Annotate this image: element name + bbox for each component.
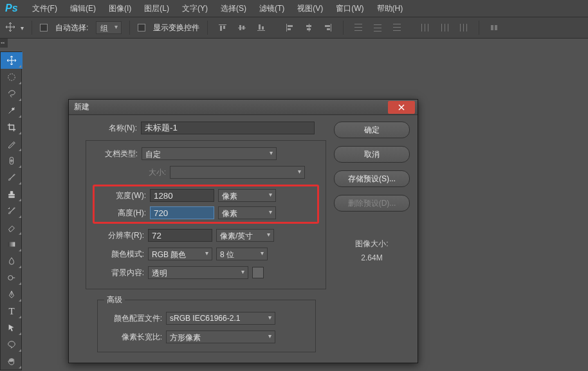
stamp-tool[interactable] xyxy=(1,186,23,203)
history-brush-tool[interactable] xyxy=(1,203,23,219)
lasso-tool[interactable] xyxy=(1,86,23,102)
menu-filter[interactable]: 滤镜(T) xyxy=(253,3,291,14)
svg-rect-23 xyxy=(374,31,381,32)
dimension-highlight: 宽度(W): 像素 高度(H): 像素 xyxy=(93,185,319,224)
eraser-tool[interactable] xyxy=(1,219,23,236)
panel-collapse-grip[interactable] xyxy=(0,39,8,48)
image-size-value: 2.64M xyxy=(334,253,410,262)
align-left-icon[interactable] xyxy=(283,21,296,34)
show-transform-checkbox[interactable] xyxy=(138,24,145,32)
dodge-tool[interactable] xyxy=(1,269,23,286)
aspect-dropdown[interactable]: 方形像素 xyxy=(166,330,275,343)
name-input[interactable] xyxy=(141,122,315,134)
menu-help[interactable]: 帮助(H) xyxy=(371,3,410,14)
width-unit-dropdown[interactable]: 像素 xyxy=(218,189,276,202)
size-label: 大小: xyxy=(86,167,170,178)
align-hcenter-icon[interactable] xyxy=(302,21,315,34)
distribute-vcenter-icon[interactable] xyxy=(371,21,384,34)
move-tool[interactable] xyxy=(1,52,23,69)
svg-rect-2 xyxy=(223,26,225,29)
menu-layer[interactable]: 图层(L) xyxy=(138,3,176,14)
distribute-left-icon[interactable] xyxy=(419,21,432,34)
pen-tool[interactable] xyxy=(1,286,23,303)
preset-label: 文档类型: xyxy=(86,149,142,159)
auto-align-icon[interactable] xyxy=(488,21,501,34)
menubar: Ps 文件(F) 编辑(E) 图像(I) 图层(L) 文字(Y) 选择(S) 滤… xyxy=(0,0,588,17)
color-mode-label: 颜色模式: xyxy=(86,249,148,260)
menu-view[interactable]: 视图(V) xyxy=(291,3,329,14)
distribute-right-icon[interactable] xyxy=(457,21,470,34)
svg-rect-12 xyxy=(309,24,309,32)
align-bottom-icon[interactable] xyxy=(255,21,268,34)
svg-rect-14 xyxy=(307,28,311,30)
svg-rect-29 xyxy=(428,24,428,32)
align-vcenter-icon[interactable] xyxy=(235,21,248,34)
menu-window[interactable]: 窗口(W) xyxy=(329,3,370,14)
profile-dropdown[interactable]: sRGB IEC61966-2.1 xyxy=(166,312,275,325)
height-unit-dropdown[interactable]: 像素 xyxy=(218,206,276,219)
svg-rect-16 xyxy=(325,25,330,27)
svg-rect-37 xyxy=(495,25,497,30)
align-top-icon[interactable] xyxy=(216,21,229,34)
move-icon xyxy=(5,22,15,34)
svg-rect-30 xyxy=(441,24,442,32)
crop-tool[interactable] xyxy=(1,119,23,136)
tool-panel: T xyxy=(0,51,22,370)
svg-rect-19 xyxy=(354,27,362,28)
height-input[interactable] xyxy=(150,206,214,219)
distribute-bottom-icon[interactable] xyxy=(390,21,403,34)
svg-rect-33 xyxy=(460,24,461,32)
align-right-icon[interactable] xyxy=(322,21,335,34)
brush-tool[interactable] xyxy=(1,169,23,186)
svg-rect-9 xyxy=(286,24,287,32)
svg-rect-28 xyxy=(425,24,425,32)
bg-dropdown[interactable]: 透明 xyxy=(148,266,248,279)
auto-select-dropdown[interactable]: 组 xyxy=(96,21,122,34)
hand-tool[interactable] xyxy=(1,353,23,370)
image-size-label: 图像大小: xyxy=(334,239,410,249)
save-preset-button[interactable]: 存储预设(S)... xyxy=(334,170,410,187)
ok-button[interactable]: 确定 xyxy=(334,122,410,138)
resolution-unit-dropdown[interactable]: 像素/英寸 xyxy=(216,229,274,242)
menu-file[interactable]: 文件(F) xyxy=(26,3,64,14)
svg-rect-6 xyxy=(257,30,265,31)
marquee-tool[interactable] xyxy=(1,69,23,86)
menu-select[interactable]: 选择(S) xyxy=(214,3,253,14)
preset-dropdown[interactable]: 自定 xyxy=(142,147,277,160)
cancel-button[interactable]: 取消 xyxy=(334,146,410,163)
gradient-tool[interactable] xyxy=(1,236,23,253)
menu-image[interactable]: 图像(I) xyxy=(102,3,138,14)
svg-rect-20 xyxy=(354,30,362,31)
resolution-label: 分辨率(R): xyxy=(86,230,148,241)
shape-tool[interactable] xyxy=(1,336,23,353)
profile-label: 颜色配置文件: xyxy=(104,313,166,324)
healing-tool[interactable] xyxy=(1,152,23,169)
bg-color-swatch[interactable] xyxy=(252,267,264,278)
dialog-titlebar[interactable]: 新建 xyxy=(69,100,418,115)
color-depth-dropdown[interactable]: 8 位 xyxy=(216,248,268,260)
auto-select-checkbox[interactable] xyxy=(40,24,48,32)
svg-rect-3 xyxy=(238,28,246,28)
close-button[interactable] xyxy=(388,101,415,114)
svg-rect-27 xyxy=(421,24,422,32)
menu-type[interactable]: 文字(Y) xyxy=(176,3,214,14)
magic-wand-tool[interactable] xyxy=(1,102,23,119)
width-input[interactable] xyxy=(150,189,214,202)
svg-point-38 xyxy=(8,74,15,81)
resolution-input[interactable] xyxy=(148,229,212,242)
delete-preset-button: 删除预设(D)... xyxy=(334,195,410,212)
path-select-tool[interactable] xyxy=(1,320,23,336)
type-tool[interactable]: T xyxy=(1,303,23,320)
options-bar: ▾ 自动选择: 组 显示变换控件 xyxy=(0,17,588,39)
distribute-top-icon[interactable] xyxy=(352,21,365,34)
menu-edit[interactable]: 编辑(E) xyxy=(64,3,102,14)
svg-rect-25 xyxy=(393,27,401,28)
blur-tool[interactable] xyxy=(1,253,23,269)
chevron-down-icon[interactable]: ▾ xyxy=(21,24,24,32)
dialog-title: 新建 xyxy=(69,102,388,113)
color-mode-dropdown[interactable]: RGB 颜色 xyxy=(148,248,212,260)
distribute-hcenter-icon[interactable] xyxy=(438,21,451,34)
eyedropper-tool[interactable] xyxy=(1,136,23,152)
size-dropdown xyxy=(170,166,305,179)
auto-select-label: 自动选择: xyxy=(55,23,88,33)
